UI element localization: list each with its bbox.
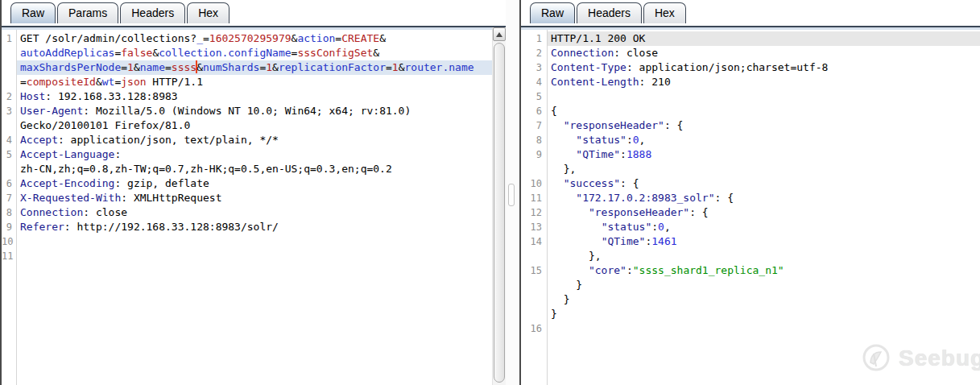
code-row: 7 "responseHeader": { [521,118,980,133]
code-row: 9Referer: http://192.168.33.128:8983/sol… [2,220,492,234]
code-row: 7X-Requested-With: XMLHttpRequest [2,191,492,205]
code-text[interactable]: Host: 192.168.33.128:8983 [17,89,492,104]
code-text[interactable]: User-Agent: Mozilla/5.0 (Windows NT 10.0… [17,104,492,118]
tab-raw[interactable]: Raw [530,2,575,23]
code-text[interactable]: "responseHeader": { [548,118,980,133]
line-number: 16 [521,321,548,336]
tab-params[interactable]: Params [57,2,118,23]
code-text[interactable]: Connection: close [17,205,492,220]
up-arrow-icon [496,32,502,37]
tab-headers[interactable]: Headers [120,2,185,23]
code-text[interactable]: zh-CN,zh;q=0.8,zh-TW;q=0.7,zh-HK;q=0.5,e… [17,162,492,176]
code-text[interactable]: } [548,292,980,307]
code-text[interactable]: "success": { [548,176,980,191]
code-text[interactable] [17,249,492,263]
code-row: zh-CN,zh;q=0.8,zh-TW;q=0.7,zh-HK;q=0.5,e… [2,162,492,176]
code-text[interactable] [548,321,980,336]
code-text[interactable]: Referer: http://192.168.33.128:8983/solr… [17,220,492,234]
code-text[interactable]: { [548,104,980,118]
code-text[interactable]: =compositeId&wt=json HTTP/1.1 [17,75,492,89]
line-number [2,162,17,176]
code-text[interactable] [548,89,980,104]
tab-hex[interactable]: Hex [643,2,686,23]
code-row: 12 "responseHeader": { [521,205,980,220]
code-text[interactable]: Content-Length: 210 [548,75,980,89]
line-number: 4 [521,75,548,89]
response-text: 1HTTP/1.1 200 OK2Connection: close3Conte… [521,31,980,336]
code-text[interactable]: "status":0, [548,220,980,234]
code-text[interactable]: Accept-Encoding: gzip, deflate [17,176,492,191]
code-row: 9 "QTime":1888 [521,147,980,162]
gutter-separator [16,30,17,385]
request-editor[interactable]: 1GET /solr/admin/collections?_=160257029… [2,27,492,385]
code-text[interactable]: maxShardsPerNode=1&name=ssss&numShards=1… [17,60,492,75]
code-text[interactable]: Accept: application/json, text/plain, */… [17,133,492,147]
line-number: 11 [2,249,17,263]
tab-headers[interactable]: Headers [577,2,642,23]
code-text[interactable]: } [548,307,980,321]
line-number: 6 [2,176,17,191]
code-row: 11 [2,249,492,263]
code-text[interactable]: Connection: close [548,46,980,60]
scrollbar-thumb[interactable] [494,43,505,383]
code-row: 1HTTP/1.1 200 OK [521,31,980,46]
line-number: 3 [2,104,17,118]
code-text[interactable]: "core":"ssss_shard1_replica_n1" [548,263,980,278]
code-text[interactable]: } [548,278,980,292]
tab-raw[interactable]: Raw [10,2,56,23]
code-text[interactable] [17,234,492,249]
code-row: 6Accept-Encoding: gzip, deflate [2,176,492,191]
code-row: Gecko/20100101 Firefox/81.0 [2,118,492,133]
code-text[interactable]: "QTime":1888 [548,147,980,162]
code-row: 2Host: 192.168.33.128:8983 [2,89,492,104]
gutter-separator [547,30,548,385]
code-row: 3User-Agent: Mozilla/5.0 (Windows NT 10.… [2,104,492,118]
code-text[interactable]: "responseHeader": { [548,205,980,220]
line-number: 7 [2,191,17,205]
tab-hex[interactable]: Hex [187,2,229,23]
line-number: 7 [521,118,548,133]
code-text[interactable]: "QTime":1461 [548,234,980,249]
code-text[interactable]: GET /solr/admin/collections?_=1602570295… [17,31,492,46]
code-row: autoAddReplicas=false&collection.configN… [2,46,492,60]
line-number [521,278,548,292]
panel-divider[interactable] [506,0,519,385]
code-text[interactable]: autoAddReplicas=false&collection.configN… [17,46,492,60]
line-number [2,46,17,60]
code-row: }, [521,162,980,176]
code-text[interactable]: X-Requested-With: XMLHttpRequest [17,191,492,205]
code-row: 10 "success": { [521,176,980,191]
code-text[interactable]: HTTP/1.1 200 OK [548,31,980,46]
code-text[interactable]: }, [548,249,980,263]
code-text[interactable]: Accept-Language: [17,147,492,162]
code-text[interactable]: Gecko/20100101 Firefox/81.0 [17,118,492,133]
response-viewer[interactable]: 1HTTP/1.1 200 OK2Connection: close3Conte… [521,27,980,385]
line-number: 6 [521,104,548,118]
line-number [521,292,548,307]
code-text[interactable]: "status":0, [548,133,980,147]
request-text: 1GET /solr/admin/collections?_=160257029… [2,31,492,263]
line-number [521,249,548,263]
line-number: 9 [521,147,548,162]
vertical-scrollbar[interactable] [492,27,506,385]
code-row: 13 "status":0, [521,220,980,234]
code-row: 3Content-Type: application/json;charset=… [521,60,980,75]
line-number: 5 [521,89,548,104]
response-panel: RawHeadersHex 1HTTP/1.1 200 OK2Connectio… [519,0,980,385]
code-text[interactable]: }, [548,162,980,176]
code-row: 2Connection: close [521,46,980,60]
line-number: 1 [2,31,17,46]
line-number: 1 [521,31,548,46]
line-number: 8 [521,133,548,147]
line-number: 13 [521,220,548,234]
request-panel: RawParamsHeadersHex 1GET /solr/admin/col… [0,0,506,385]
code-text[interactable]: Content-Type: application/json;charset=u… [548,60,980,75]
line-number [521,307,548,321]
code-text[interactable]: "172.17.0.2:8983_solr": { [548,191,980,205]
code-row: =compositeId&wt=json HTTP/1.1 [2,75,492,89]
scroll-up-button[interactable] [493,27,506,41]
line-number: 8 [2,205,17,220]
line-number: 14 [521,234,548,249]
line-number: 12 [521,205,548,220]
code-row: } [521,292,980,307]
